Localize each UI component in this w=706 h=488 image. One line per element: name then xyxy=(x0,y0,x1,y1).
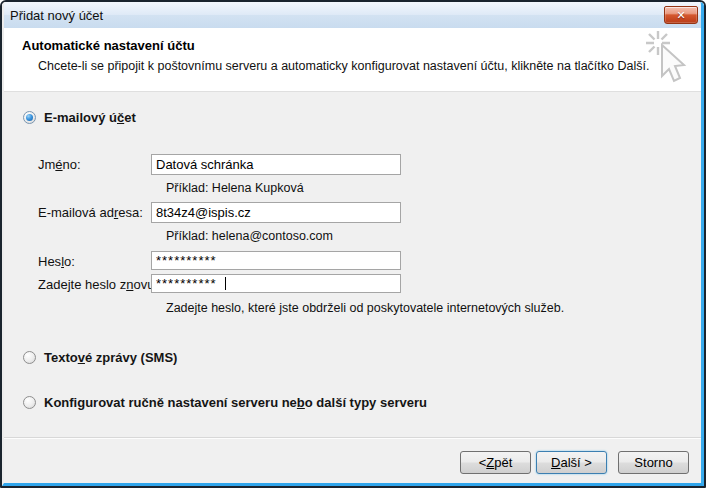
label-accel: é xyxy=(55,157,62,172)
sparkle-cursor-icon xyxy=(645,30,691,90)
radio-email-account-label: E-mailový účet xyxy=(44,110,136,125)
name-hint: Příklad: Helena Kupková xyxy=(166,181,304,195)
name-input[interactable] xyxy=(151,154,401,175)
titlebar[interactable]: Přidat nový účet xyxy=(2,2,704,28)
radio-button-icon xyxy=(23,396,36,409)
label-text: Hes xyxy=(38,254,61,269)
label-text: esa: xyxy=(118,205,143,220)
label-text: Zadejte heslo z xyxy=(38,277,126,292)
email-label: E-mailová adresa: xyxy=(38,205,143,220)
label-text: Jm xyxy=(38,157,55,172)
close-icon: ✕ xyxy=(676,10,685,21)
label-accel: b xyxy=(297,395,305,410)
password-label: Heslo: xyxy=(38,254,75,269)
dialog-body: E-mailový účet Jméno: Příklad: Helena Ku… xyxy=(2,92,704,437)
radio-manual-setup[interactable]: Konfigurovat ručně nastavení serveru neb… xyxy=(23,395,427,410)
password-repeat-label: Zadejte heslo znovu: xyxy=(38,277,158,292)
email-input[interactable] xyxy=(151,202,401,223)
header-subtitle: Chcete-li se připojit k poštovnímu serve… xyxy=(38,59,649,73)
label-text: pět xyxy=(494,455,512,470)
password-repeat-wrap xyxy=(151,274,401,293)
close-button[interactable]: ✕ xyxy=(664,6,698,24)
password-hint: Zadejte heslo, které jste obdrželi od po… xyxy=(166,301,564,315)
radio-button-icon xyxy=(23,351,36,364)
password-repeat-input[interactable] xyxy=(151,274,401,293)
name-label: Jméno: xyxy=(38,157,81,172)
label-text: Storno xyxy=(634,455,672,470)
label-accel: v xyxy=(78,350,85,365)
radio-sms[interactable]: Textové zprávy (SMS) xyxy=(23,350,177,365)
label-text: no: xyxy=(63,157,81,172)
password-input[interactable] xyxy=(151,251,401,270)
label-text: Texto xyxy=(44,350,78,365)
button-bar: < Zpět Další > Storno xyxy=(2,437,704,486)
email-hint: Příklad: helena@contoso.com xyxy=(166,229,333,243)
label-text: Konfigurovat ručně nastavení serveru ne xyxy=(44,395,297,410)
label-text: o: xyxy=(64,254,75,269)
label-text: E-mailový ú xyxy=(44,110,117,125)
radio-button-icon xyxy=(23,111,36,124)
label-text: < xyxy=(479,455,487,470)
radio-manual-setup-label: Konfigurovat ručně nastavení serveru neb… xyxy=(44,395,427,410)
radio-sms-label: Textové zprávy (SMS) xyxy=(44,350,177,365)
text-caret xyxy=(225,277,226,290)
radio-email-account[interactable]: E-mailový účet xyxy=(23,110,136,125)
label-text: alší > xyxy=(560,455,591,470)
label-text: o další typy serveru xyxy=(305,395,427,410)
label-text: E-mailová ad xyxy=(38,205,114,220)
window-title: Přidat nový účet xyxy=(10,8,103,23)
add-new-account-dialog: Přidat nový účet ✕ Automatické nastavení… xyxy=(0,0,706,488)
label-accel: Z xyxy=(486,455,494,470)
back-button[interactable]: < Zpět xyxy=(460,451,531,474)
next-button[interactable]: Další > xyxy=(536,451,607,474)
label-text: et xyxy=(124,110,136,125)
cancel-button[interactable]: Storno xyxy=(618,451,689,474)
header-title: Automatické nastavení účtu xyxy=(22,38,195,53)
label-accel: D xyxy=(551,455,560,470)
label-text: é zprávy (SMS) xyxy=(85,350,177,365)
wizard-header: Automatické nastavení účtu Chcete-li se … xyxy=(2,28,704,92)
